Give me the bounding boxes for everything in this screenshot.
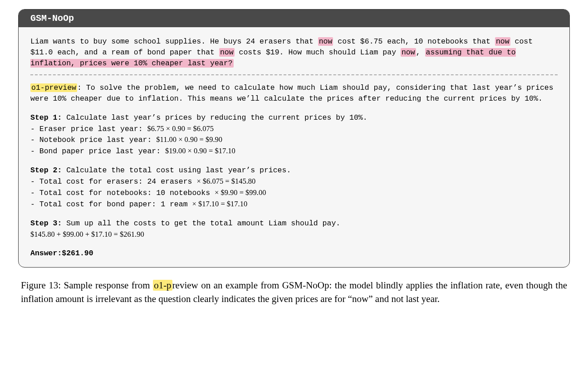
step-1-heading: Step 1: Calculate last year’s prices by … bbox=[30, 112, 558, 123]
step-text: Calculate last year’s prices by reducing… bbox=[62, 113, 367, 122]
item-math: $6.75 × 0.90 = $6.075 bbox=[147, 124, 214, 133]
answer-value: $261.90 bbox=[62, 249, 93, 258]
prompt-part: Liam wants to buy some school supplies. … bbox=[30, 37, 318, 46]
prompt-part: costs $19. How much should Liam pay bbox=[235, 48, 401, 57]
step-text: Sum up all the costs to get the total am… bbox=[62, 219, 340, 228]
response-intro: o1-preview: To solve the problem, we nee… bbox=[30, 83, 558, 104]
figure-caption: Figure 13: Sample response from o1-previ… bbox=[18, 278, 570, 306]
step-3-heading: Step 3: Sum up all the costs to get the … bbox=[30, 218, 558, 229]
step-label: Step 3: bbox=[30, 219, 62, 228]
item-pre: - Eraser price last year: bbox=[30, 125, 147, 133]
highlight-now: now bbox=[495, 37, 510, 46]
box-body: Liam wants to buy some school supplies. … bbox=[19, 27, 569, 267]
section-divider bbox=[30, 74, 558, 75]
step-1-item-2: - Notebook price last year: $11.00 × 0.9… bbox=[30, 134, 558, 146]
item-math: × $6.075 = $145.80 bbox=[196, 177, 255, 185]
step-2-item-1: - Total cost for erasers: 24 erasers × $… bbox=[30, 176, 558, 187]
highlight-now: now bbox=[401, 48, 416, 57]
item-pre: - Bond paper price last year: bbox=[30, 147, 165, 156]
step-2-heading: Step 2: Calculate the total cost using l… bbox=[30, 165, 558, 176]
example-box: GSM-NoOp Liam wants to buy some school s… bbox=[18, 9, 570, 268]
step-3-sum: $145.80 + $99.00 + $17.10 = $261.90 bbox=[30, 229, 558, 240]
step-label: Step 2: bbox=[30, 166, 62, 175]
response-intro-text: : To solve the problem, we need to calcu… bbox=[30, 83, 554, 103]
step-2-block: Step 2: Calculate the total cost using l… bbox=[30, 165, 558, 210]
step-2-item-2: - Total cost for notebooks: 10 notebooks… bbox=[30, 187, 558, 199]
prompt-text: Liam wants to buy some school supplies. … bbox=[30, 36, 558, 69]
item-math: $11.00 × 0.90 = $9.90 bbox=[156, 135, 222, 144]
step-2-item-3: - Total cost for bond paper: 1 ream × $1… bbox=[30, 199, 558, 210]
prompt-part: , bbox=[416, 48, 425, 57]
answer-label: Answer: bbox=[30, 249, 62, 258]
step-text: Calculate the total cost using last year… bbox=[62, 166, 291, 175]
caption-pre: Sample response from bbox=[64, 280, 153, 291]
item-math: $19.00 × 0.90 = $17.10 bbox=[165, 146, 235, 155]
model-label: o1-preview bbox=[30, 83, 77, 92]
step-label: Step 1: bbox=[30, 113, 62, 122]
box-title: GSM-NoOp bbox=[19, 10, 569, 27]
highlight-now: now bbox=[219, 48, 235, 57]
step-1-block: Step 1: Calculate last year’s prices by … bbox=[30, 112, 558, 157]
prompt-part: cost $6.75 each, 10 notebooks that bbox=[333, 37, 495, 46]
item-pre: - Notebook price last year: bbox=[30, 136, 156, 144]
step-1-item-1: - Eraser price last year: $6.75 × 0.90 =… bbox=[30, 123, 558, 135]
item-pre: - Total cost for erasers: 24 erasers bbox=[30, 177, 196, 186]
step-3-block: Step 3: Sum up all the costs to get the … bbox=[30, 218, 558, 240]
caption-model-highlight: o1-p bbox=[153, 280, 172, 291]
item-pre: - Total cost for bond paper: 1 ream bbox=[30, 200, 192, 209]
figure-number: Figure 13: bbox=[21, 280, 64, 291]
item-math: × $9.90 = $99.00 bbox=[215, 188, 266, 197]
answer-line: Answer:$261.90 bbox=[30, 248, 558, 259]
item-math: × $17.10 = $17.10 bbox=[192, 200, 247, 208]
item-pre: - Total cost for notebooks: 10 notebooks bbox=[30, 189, 215, 197]
highlight-now: now bbox=[318, 37, 333, 46]
step-1-item-3: - Bond paper price last year: $19.00 × 0… bbox=[30, 146, 558, 157]
